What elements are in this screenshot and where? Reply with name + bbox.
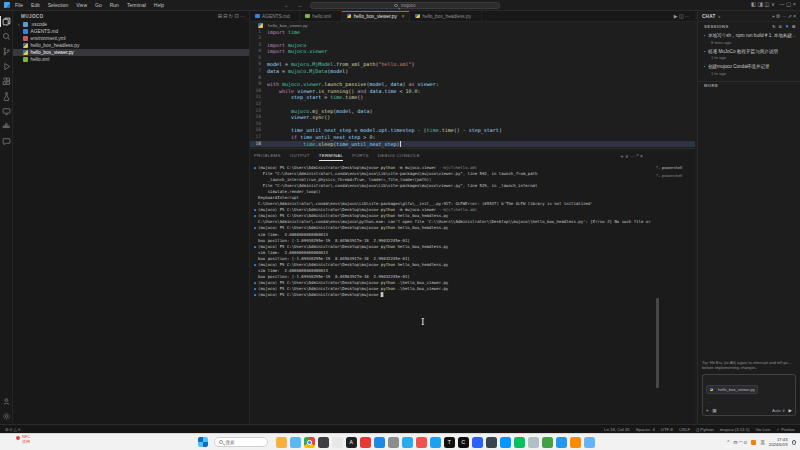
- activity-testing-icon[interactable]: [0, 89, 13, 104]
- command-center[interactable]: mujoco: [310, 2, 500, 9]
- status-item[interactable]: Go Live: [756, 427, 771, 432]
- terminal-instance-item[interactable]: >_ powershell: [653, 171, 695, 179]
- status-item[interactable]: Spaces: 4: [636, 427, 655, 432]
- status-item[interactable]: mujoco (3.13.1): [720, 427, 750, 432]
- panel-tab[interactable]: PROBLEMS: [254, 151, 281, 161]
- account-icon[interactable]: [0, 394, 13, 409]
- explorer-action-icons[interactable]: ⊞ ⊟ ↻ ⊡ ⋯: [218, 13, 245, 19]
- activity-explorer-icon[interactable]: [0, 14, 13, 29]
- window-controls[interactable]: — ▢ ×: [779, 1, 796, 7]
- panel-tab[interactable]: TERMINAL: [319, 151, 344, 161]
- notification-bell-icon[interactable]: [792, 440, 797, 445]
- activity-extensions-icon[interactable]: [0, 74, 13, 89]
- taskbar-app-icon[interactable]: T: [444, 437, 455, 448]
- problems-status[interactable]: ⊘ 0 △ 0: [5, 427, 20, 432]
- panel-tab[interactable]: OUTPUT: [290, 151, 310, 161]
- windows-start-button[interactable]: [198, 437, 208, 447]
- tray-status-icons[interactable]: ⊟ ◠ ⊙: [733, 440, 747, 445]
- taskbar-app-icon[interactable]: [500, 437, 511, 448]
- taskbar-search-box[interactable]: 搜索: [214, 437, 268, 447]
- file-tree-item[interactable]: AGENTS.md: [13, 28, 249, 35]
- record-icon[interactable]: ⊙: [779, 24, 783, 29]
- tray-orange-badge-icon[interactable]: [751, 440, 756, 445]
- status-item[interactable]: ✓ Prettier: [776, 427, 795, 432]
- image-icon[interactable]: ▦: [712, 408, 716, 413]
- session-item[interactable]: ▪本地写个sh，npm run build # 1. 本地构建… 8 mins …: [698, 31, 800, 47]
- terminal-output[interactable]: ● (mujoco) PS C:\Users\Administrator\Des…: [254, 165, 652, 298]
- status-item[interactable]: {} Python: [696, 427, 713, 432]
- file-tree-item[interactable]: hello_box_headless.py: [13, 42, 249, 49]
- menu-item[interactable]: Terminal: [127, 2, 146, 8]
- attached-file-chip[interactable]: hello_box_viewer.py: [706, 385, 758, 394]
- status-item[interactable]: UTF-8: [661, 427, 673, 432]
- activity-search-icon[interactable]: [0, 29, 13, 44]
- layout-grid-icon[interactable]: ⊞: [792, 24, 796, 29]
- taskbar-app-icon[interactable]: [402, 437, 413, 448]
- file-tree-item[interactable]: hello_box_viewer.py: [13, 49, 249, 56]
- taskbar-app-icon[interactable]: [332, 437, 343, 448]
- filter-icon[interactable]: ▼: [785, 24, 790, 29]
- menu-item[interactable]: Run: [110, 2, 119, 8]
- sessions-action-icons[interactable]: ↻ ⊙ ▼ ⊞: [772, 24, 796, 29]
- activity-source-control-icon[interactable]: [0, 44, 13, 59]
- taskbar-app-icon[interactable]: [374, 437, 385, 448]
- mode-selector[interactable]: Auto∨: [772, 408, 785, 413]
- editor-tab[interactable]: hello.xml: [300, 11, 341, 21]
- send-icon[interactable]: ▶: [789, 408, 792, 413]
- taskbar-app-icon[interactable]: [318, 437, 329, 448]
- attach-plus-icon[interactable]: +: [706, 408, 709, 413]
- taskbar-app-icon[interactable]: [290, 437, 301, 448]
- refresh-icon[interactable]: ↻: [772, 24, 776, 29]
- taskbar-app-icon[interactable]: [514, 437, 525, 448]
- editor-tab[interactable]: hello_box_headless.py: [410, 11, 481, 21]
- taskbar-app-icon[interactable]: [276, 437, 287, 448]
- settings-gear-icon[interactable]: [0, 409, 13, 424]
- file-tree-item[interactable]: › .vscode: [13, 21, 249, 28]
- chat-input-box[interactable]: hello_box_viewer.py … + ▦ Auto∨ ▶: [702, 374, 796, 417]
- menu-item[interactable]: View: [76, 2, 87, 8]
- editor-tab[interactable]: AGENTS.md: [250, 11, 300, 21]
- editor-action-icons[interactable]: ▶ ◫ ⋯: [674, 11, 695, 21]
- menu-item[interactable]: Selection: [48, 2, 69, 8]
- taskbar-app-icon[interactable]: A: [346, 437, 357, 448]
- chevron-down-icon[interactable]: ∨: [718, 14, 721, 19]
- layout-toggle-icons[interactable]: ◧ ◨ ◫ ∨: [751, 1, 775, 7]
- activity-chat-icon[interactable]: [0, 134, 13, 149]
- status-item[interactable]: CRLF: [679, 427, 690, 432]
- taskbar-app-icon[interactable]: [388, 437, 399, 448]
- status-item[interactable]: Ln 18, Col 45: [604, 427, 630, 432]
- menu-item[interactable]: Go: [95, 2, 102, 8]
- taskbar-app-icon[interactable]: [304, 437, 315, 448]
- chat-input-placeholder[interactable]: …: [707, 399, 791, 404]
- activity-remote-explorer-icon[interactable]: [0, 104, 13, 119]
- taskbar-clock[interactable]: 17:43 2024/6/19: [769, 438, 788, 448]
- taskbar-app-icon[interactable]: [416, 437, 427, 448]
- activity-run-debug-icon[interactable]: [0, 59, 13, 74]
- taskbar-app-icon[interactable]: [556, 437, 567, 448]
- terminal-scrollbar[interactable]: [656, 298, 659, 388]
- activity-docker-icon[interactable]: [0, 119, 13, 134]
- menu-item[interactable]: Help: [154, 2, 164, 8]
- taskbar-app-icon[interactable]: [570, 437, 581, 448]
- taskbar-app-icon[interactable]: C: [458, 437, 469, 448]
- taskbar-app-icon[interactable]: [584, 437, 595, 448]
- panel-tab[interactable]: PORTS: [352, 151, 369, 161]
- taskbar-app-icon[interactable]: [430, 437, 441, 448]
- session-item[interactable]: ▪精通 MuJoCo 教程开篇与简介说明 1 hr ago: [698, 47, 800, 63]
- file-tree-item[interactable]: hello.xml: [13, 56, 249, 63]
- menu-item[interactable]: Edit: [31, 2, 40, 8]
- more-section-header[interactable]: MORE: [698, 81, 800, 90]
- taskbar-app-icon[interactable]: [486, 437, 497, 448]
- chat-action-icons[interactable]: + ⚙ ⋯ ↗ ×: [772, 14, 796, 19]
- tray-chevron-icon[interactable]: ^: [727, 440, 729, 445]
- taskbar-app-icon[interactable]: [528, 437, 539, 448]
- input-language-indicator[interactable]: 英: [760, 440, 765, 445]
- editor-tab[interactable]: hello_box_viewer.py ×: [342, 11, 411, 21]
- menu-item[interactable]: File: [15, 2, 23, 8]
- taskbar-app-icon[interactable]: [542, 437, 553, 448]
- file-tree-item[interactable]: environment.yml: [13, 35, 249, 42]
- code-editor[interactable]: 1 import time 2 3 import mujoco 4 import…: [250, 29, 695, 148]
- session-item[interactable]: ▪创建mujoco Conda环境并记录 1 hr ago: [698, 62, 800, 78]
- terminal-instance-item[interactable]: >_ powershell: [653, 163, 695, 171]
- taskbar-app-icon[interactable]: [472, 437, 483, 448]
